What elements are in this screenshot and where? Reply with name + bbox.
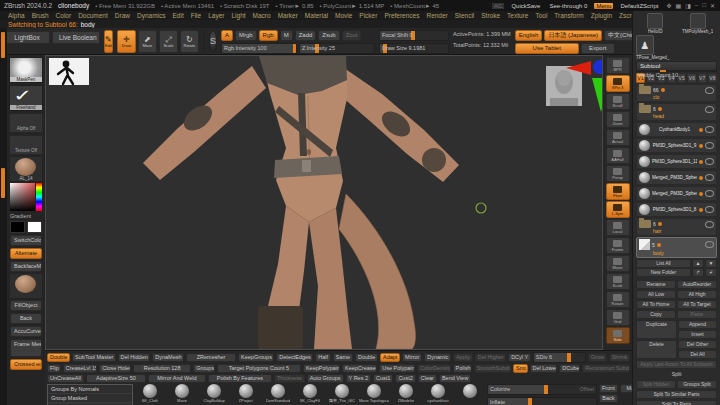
- bottom-button-mirror[interactable]: Mirror: [402, 353, 422, 362]
- stroke-thumb[interactable]: Freehand: [9, 85, 43, 111]
- subtool-action-new-folder[interactable]: New Folder: [636, 268, 691, 277]
- bottom-button-dcube[interactable]: DCube: [559, 364, 580, 373]
- subtool-action-split-to-parts[interactable]: Split To Parts: [636, 400, 717, 405]
- bottom-button-dynamesh[interactable]: DynaMesh: [152, 353, 184, 362]
- bottom-button-polish[interactable]: Polish: [453, 364, 472, 373]
- viewport-button-spix-3[interactable]: SPix 3: [606, 75, 630, 92]
- bottom-button-thickness[interactable]: Thickness: [274, 374, 305, 383]
- subtool-action-split-hidden[interactable]: Split Hidden: [636, 380, 676, 389]
- active-tool[interactable]: ♟ TPose_Merged_: [636, 35, 717, 60]
- subtool-action-groups-split[interactable]: Groups Split: [677, 380, 717, 389]
- left-button-switchcolor[interactable]: SwitchColor: [10, 235, 42, 246]
- viewport-button-local[interactable]: Local: [606, 219, 630, 236]
- viewport-canvas[interactable]: [45, 55, 603, 350]
- left-button-accucurve[interactable]: AccuCurve: [10, 326, 42, 337]
- bottom-button-close-holes[interactable]: Close Holes: [99, 364, 131, 373]
- view-tab-v5[interactable]: V5: [677, 73, 686, 83]
- lightbox-button[interactable]: LightBox: [4, 31, 50, 44]
- menu-item[interactable]: Light: [231, 12, 245, 19]
- paint-mode-button-zadd[interactable]: Zadd: [295, 30, 317, 41]
- menu-item[interactable]: File: [191, 12, 201, 19]
- viewport-button-grid[interactable]: Grid: [606, 309, 630, 326]
- bottom-button-half[interactable]: Half: [315, 353, 331, 362]
- bottom-button-mirror-and-weld[interactable]: Mirror And Weld: [148, 374, 206, 383]
- titlebar-button[interactable]: See-through 0: [547, 3, 589, 9]
- viewport-button-aahalf[interactable]: AAHalf: [606, 147, 630, 164]
- bottom-button-polish-by-features[interactable]: Polish By Features: [208, 374, 272, 383]
- menu-item[interactable]: Tool: [535, 12, 547, 19]
- subtool-action-all-low[interactable]: All Low: [636, 290, 676, 299]
- left-button-fillobject[interactable]: FillObject: [10, 300, 42, 311]
- bottom-button-flip[interactable]: Flip: [47, 364, 61, 373]
- subtool-action-del-all[interactable]: Del All: [678, 350, 717, 359]
- bottom-button-double[interactable]: Double: [355, 353, 378, 362]
- bottom-button-subtool-master[interactable]: SubTool Master: [72, 353, 115, 362]
- eye-icon[interactable]: [705, 241, 714, 248]
- subtool-item[interactable]: PM3D_Sphere3D1_9: [636, 138, 717, 153]
- bottom-button-grow[interactable]: Grow: [588, 353, 607, 362]
- bottom-button-smoothsubdiv[interactable]: SmoothSubdiv: [474, 364, 511, 373]
- bottom-button-shrink[interactable]: Shrink: [609, 353, 630, 362]
- brush-thumb-damstandard[interactable]: DamStandard: [263, 384, 293, 403]
- brush-thumb-move[interactable]: Move: [167, 384, 197, 403]
- subtool-action-list-all[interactable]: List All: [636, 259, 691, 268]
- menu-item[interactable]: Edit: [173, 12, 184, 19]
- titlebar-button[interactable]: Menu: [594, 3, 613, 9]
- view-tab-v7[interactable]: V7: [698, 73, 707, 83]
- polypaint-icon[interactable]: [699, 160, 703, 164]
- language-button-english[interactable]: English: [515, 30, 543, 41]
- eye-icon[interactable]: [705, 126, 714, 133]
- polypaint-icon[interactable]: [658, 107, 662, 111]
- subtool-action-all-to-home[interactable]: All To Home: [636, 300, 676, 309]
- subtool-item[interactable]: Merged_PM3D_Sphere3D1_6: [636, 170, 717, 185]
- brush-thumb-cyohankhair[interactable]: cyohankhair: [423, 384, 453, 403]
- left-button-crossed-edges[interactable]: Crossed edges: [10, 359, 42, 370]
- subtool-item[interactable]: 5body: [636, 237, 717, 258]
- viewport-button-scale[interactable]: Scale: [606, 273, 630, 290]
- saturation-square[interactable]: [10, 183, 35, 211]
- paint-mode-button-zcut[interactable]: Zcut: [342, 30, 362, 41]
- menu-item[interactable]: Zplugin: [591, 12, 612, 19]
- menu-item[interactable]: Color: [56, 12, 72, 19]
- secondary-color-swatch[interactable]: [27, 221, 42, 233]
- bottom-button-auto-groups[interactable]: Auto Groups: [307, 374, 344, 383]
- paint-mode-button-a[interactable]: A: [221, 30, 233, 41]
- polypaint-icon[interactable]: [657, 243, 661, 247]
- edit-button[interactable]: ✎Edit: [104, 30, 113, 53]
- alpha-slot[interactable]: Alpha Off: [9, 113, 43, 133]
- subtool-action-copy[interactable]: Copy: [636, 310, 676, 319]
- brush-thumb-飘带-the-glc[interactable]: 飘带_The_GlC: [327, 384, 357, 403]
- left-scroll-tick2[interactable]: [1, 168, 5, 198]
- bottom-button-target-polygons-count-5[interactable]: Target Polygons Count 5: [217, 364, 301, 373]
- bottom-button-uncreaseall[interactable]: UnCreaseAll: [47, 374, 84, 383]
- polypaint-icon[interactable]: [699, 144, 703, 148]
- slider[interactable]: Draw Size 9.1981: [379, 43, 449, 54]
- left-scroll-tick[interactable]: [1, 32, 5, 58]
- use-tablet-button[interactable]: Use Tablet: [515, 43, 579, 54]
- titlebar-icon[interactable]: ✕: [709, 2, 716, 9]
- hue-strip[interactable]: [36, 183, 42, 211]
- bottom-button-y-res-2[interactable]: Y Res 2: [346, 374, 371, 383]
- texture-slot[interactable]: Texture Off: [9, 135, 43, 155]
- menu-item[interactable]: Movie: [335, 12, 352, 19]
- bottom-button-del-higher[interactable]: Del Higher: [475, 353, 506, 362]
- polypaint-icon[interactable]: [661, 88, 665, 92]
- viewport-button-solo[interactable]: Solo: [606, 327, 630, 344]
- polypaint-icon[interactable]: [699, 128, 703, 132]
- bottom-button-dynamic[interactable]: Dynamic: [424, 353, 451, 362]
- brush-thumb[interactable]: MaskPen: [9, 57, 43, 83]
- gizmo-mode-button-draw[interactable]: ✛Draw: [117, 30, 136, 53]
- subtool-action-delete[interactable]: Delete: [636, 340, 677, 359]
- view-tab-v8[interactable]: V8: [708, 73, 717, 83]
- bottom-button-colordensity[interactable]: ColorDensity: [417, 364, 451, 373]
- titlebar-icon[interactable]: ◨: [684, 2, 692, 9]
- paint-mode-button-m[interactable]: M: [280, 30, 293, 41]
- brush-thumb-zproject[interactable]: ZProject: [231, 384, 261, 403]
- menu-item[interactable]: Stroke: [481, 12, 500, 19]
- brush-thumb-unnamed[interactable]: [455, 384, 485, 398]
- brush-thumb-claybuildup[interactable]: ClayBuildup: [199, 384, 229, 403]
- bottom-button-adaptivesize-50[interactable]: AdaptiveSize 50: [86, 374, 146, 383]
- intensity-slider[interactable]: Z Intensity 25: [299, 43, 375, 54]
- left-button-backfacemask[interactable]: BackfaceMask: [10, 261, 42, 272]
- eye-icon[interactable]: [705, 87, 714, 94]
